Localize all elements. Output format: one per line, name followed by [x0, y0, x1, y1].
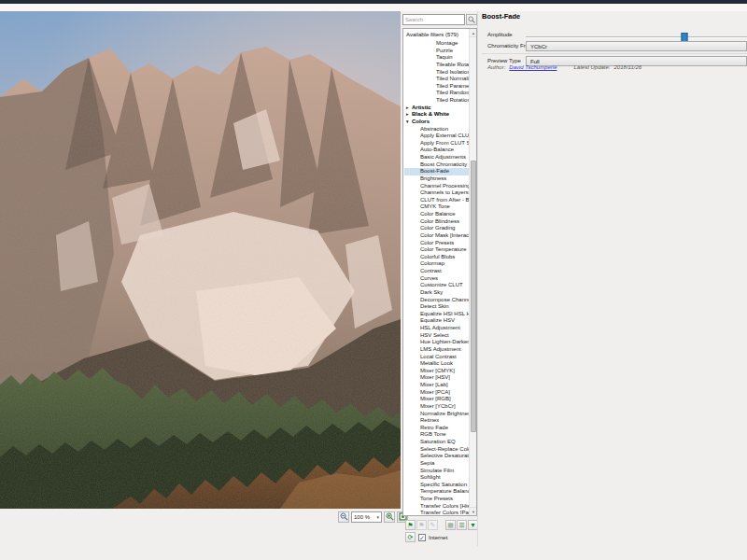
filter-item-abstraction[interactable]: Abstraction — [404, 126, 469, 133]
filter-item-hsv-select[interactable]: HSV Select — [404, 332, 469, 340]
filter-item-retinex[interactable]: Retinex — [404, 417, 469, 425]
filter-item-color-presets[interactable]: Color Presets — [404, 240, 469, 247]
filter-item-channels-to-layers[interactable]: Channels to Layers — [404, 189, 469, 197]
latest-update-value: 2018/11/26 — [614, 64, 642, 70]
filter-item-simulate-film[interactable]: Simulate Film — [404, 468, 469, 475]
filter-item-mixer-hsv[interactable]: Mixer [HSV] — [404, 374, 469, 382]
filter-label: Color Blindness — [420, 218, 459, 224]
scrollbar-thumb[interactable] — [471, 161, 476, 433]
filter-item-hue-lighten-darken[interactable]: Hue Lighten-Darken — [404, 339, 469, 346]
filter-item-tiled-random-shifts[interactable]: Tiled Random Shifts — [404, 90, 469, 97]
filter-item-mixer-rgb[interactable]: Mixer [RGB] — [404, 396, 469, 403]
filter-item-tiled-normalization[interactable]: Tiled Normalization — [404, 76, 469, 83]
filter-category-artistic[interactable]: ▸Artistic — [404, 105, 469, 112]
zoom-in-button[interactable] — [384, 511, 395, 523]
filter-item-transfer-colors-histogram[interactable]: Transfer Colors [Histogram] — [404, 503, 469, 511]
filter-item-saturation-eq[interactable]: Saturation EQ — [404, 439, 469, 446]
filter-item-tiled-parameterization[interactable]: Tiled Parameterization — [404, 83, 469, 91]
preview-image[interactable] — [0, 11, 401, 509]
internet-checkbox[interactable]: ✓ — [418, 534, 426, 541]
filter-item-equalize-hsi-hsl-hsv[interactable]: Equalize HSI HSL HSV — [404, 311, 469, 318]
filter-item-tileable-rotation[interactable]: Tileable Rotation — [404, 62, 469, 69]
filter-item-brightness[interactable]: Brightness — [404, 175, 469, 183]
filter-item-color-blindness[interactable]: Color Blindness — [404, 218, 469, 226]
filter-item-mixer-cmyk[interactable]: Mixer [CMYK] — [404, 368, 469, 375]
filter-item-specific-saturation[interactable]: Specific Saturation — [404, 482, 469, 489]
filter-item-dark-sky[interactable]: Dark Sky — [404, 289, 469, 297]
remove-fave-button[interactable]: ⚑ — [416, 520, 427, 530]
panel-splitter[interactable] — [477, 11, 478, 546]
filter-item-colorful-blobs[interactable]: Colorful Blobs — [404, 254, 469, 261]
filter-item-boost-fade[interactable]: Boost-Fade — [404, 168, 469, 175]
filter-item-normalize-brightness[interactable]: Normalize Brightness — [404, 411, 469, 418]
filter-category-black-white[interactable]: ▸Black & White — [404, 111, 469, 119]
filter-item-apply-external-clut[interactable]: Apply External CLUT — [404, 133, 469, 140]
filter-item-colormap[interactable]: Colormap — [404, 260, 469, 268]
filter-item-metallic-look[interactable]: Metallic Look — [404, 360, 469, 368]
filter-item-montage[interactable]: Montage — [404, 40, 469, 48]
scroll-up-icon[interactable]: ▲ — [470, 29, 477, 37]
expand-tree-button[interactable]: ☰ — [457, 520, 467, 530]
filter-item-color-grading[interactable]: Color Grading — [404, 225, 469, 232]
filter-label: Transfer Colors [Histogram] — [420, 503, 469, 509]
fave-toolbar: ⚑⚑✎▦☰▼ — [405, 520, 478, 530]
filter-item-tiled-rotation[interactable]: Tiled Rotation — [404, 97, 469, 105]
filter-item-retro-fade[interactable]: Retro Fade — [404, 425, 469, 432]
filter-item-boost-chromaticity[interactable]: Boost Chromaticity — [404, 161, 469, 169]
filter-item-lms-adjustment[interactable]: LMS Adjustment — [404, 346, 469, 354]
update-filters-button[interactable]: ⟳ — [405, 532, 416, 542]
filter-item-equalize-hsv[interactable]: Equalize HSV — [404, 317, 469, 325]
filter-item-cmyk-tone[interactable]: CMYK Tone — [404, 203, 469, 211]
filter-item-curves[interactable]: Curves — [404, 275, 469, 283]
filter-item-customize-clut[interactable]: Customize CLUT — [404, 282, 469, 289]
filter-item-decompose-channels[interactable]: Decompose Channels — [404, 297, 469, 304]
filter-item-puzzle[interactable]: Puzzle — [404, 48, 469, 55]
filter-item-clut-from-after-before[interactable]: CLUT from After - Before — [404, 197, 469, 204]
window-top-band — [0, 4, 747, 11]
filter-label: RGB Tone — [420, 431, 446, 437]
filter-item-mixer-pca[interactable]: Mixer [PCA] — [404, 389, 469, 397]
filter-item-rgb-tone[interactable]: RGB Tone — [404, 431, 469, 439]
filter-item-basic-adjustments[interactable]: Basic Adjustments — [404, 154, 469, 161]
filter-label: Saturation EQ — [420, 439, 456, 444]
filter-label: Mixer [YCbCr] — [420, 403, 456, 409]
chromaticity-select[interactable]: YCbCr — [526, 41, 747, 51]
filter-item-selective-desaturation[interactable]: Selective Desaturation — [404, 453, 469, 460]
filter-list-scrollbar[interactable]: ▲ ▼ — [469, 29, 476, 515]
rename-fave-button[interactable]: ✎ — [428, 520, 438, 530]
filter-item-auto-balance[interactable]: Auto-Balance — [404, 147, 469, 154]
filter-item-tiled-isolation[interactable]: Tiled Isolation — [404, 69, 469, 77]
filter-item-transfer-colors-patch-based[interactable]: Transfer Colors [Patch-Based] — [404, 510, 469, 514]
search-input[interactable] — [402, 14, 465, 25]
filter-item-detect-skin[interactable]: Detect Skin — [404, 303, 469, 311]
filter-item-color-balance[interactable]: Color Balance — [404, 211, 469, 218]
filter-item-color-mask-interactive[interactable]: Color Mask [Interactive] — [404, 232, 469, 240]
filter-item-sepia[interactable]: Sepia — [404, 460, 469, 468]
filter-category-colors[interactable]: ▾Colors — [404, 119, 469, 126]
filter-item-select-replace-color[interactable]: Select-Replace Color — [404, 446, 469, 454]
filter-item-tone-presets[interactable]: Tone Presets — [404, 496, 469, 503]
filter-item-channel-processing[interactable]: Channel Processing — [404, 183, 469, 190]
import-faves-button[interactable]: ▦ — [445, 520, 456, 530]
author-link[interactable]: David Tschumperlé — [509, 64, 557, 70]
filter-item-mixer-lab[interactable]: Mixer [Lab] — [404, 382, 469, 389]
filter-item-mixer-ycbcr[interactable]: Mixer [YCbCr] — [404, 403, 469, 411]
filter-item-temperature-balance[interactable]: Temperature Balance — [404, 488, 469, 496]
filter-item-softlight[interactable]: Softlight — [404, 474, 469, 482]
filter-item-local-contrast[interactable]: Local Contrast — [404, 354, 469, 361]
search-button[interactable] — [466, 14, 477, 25]
filter-item-hsl-adjustment[interactable]: HSL Adjustment — [404, 325, 469, 332]
zoom-out-button[interactable] — [338, 511, 349, 523]
filter-item-contrast[interactable]: Contrast — [404, 268, 469, 275]
filter-label: Selective Desaturation — [420, 453, 469, 458]
scroll-down-icon[interactable]: ▼ — [470, 507, 477, 515]
filter-item-color-temperature[interactable]: Color Temperature — [404, 246, 469, 254]
filter-label: Equalize HSI HSL HSV — [420, 311, 469, 316]
zoom-level-select[interactable]: 100 % ▾ — [351, 511, 382, 523]
filter-item-apply-from-clut-set[interactable]: Apply From CLUT Set — [404, 140, 469, 147]
filter-item-taquin[interactable]: Taquin — [404, 54, 469, 62]
add-fave-button[interactable]: ⚑ — [405, 520, 416, 530]
filter-label: Apply From CLUT Set — [420, 140, 469, 146]
filter-label: Simulate Film — [420, 468, 454, 473]
filter-label: Channels to Layers — [420, 189, 469, 195]
